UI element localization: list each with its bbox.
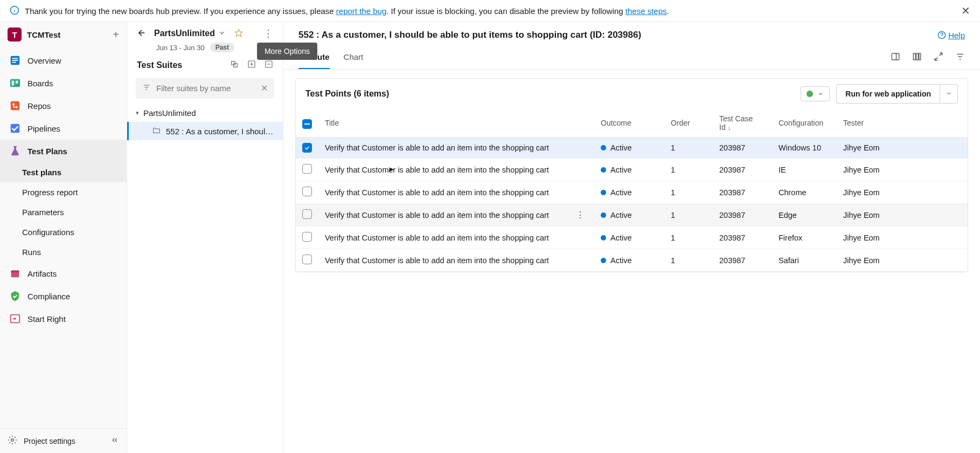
project-name: TCMTest bbox=[27, 30, 113, 39]
col-order[interactable]: Order bbox=[664, 109, 713, 138]
sidebar-bottom: Project settings bbox=[0, 428, 127, 453]
nav-test-plans[interactable]: Test Plans bbox=[0, 140, 127, 162]
row-checkbox[interactable] bbox=[302, 164, 312, 174]
cell-order: 1 bbox=[664, 181, 713, 204]
tree-root[interactable]: ▾ PartsUnlimited bbox=[127, 104, 283, 122]
nav-boards[interactable]: Boards bbox=[0, 72, 127, 94]
svg-rect-21 bbox=[232, 61, 235, 65]
row-checkbox[interactable] bbox=[302, 187, 312, 196]
cell-tester: Jihye Eom bbox=[837, 138, 968, 159]
cell-title: Verify that Customer is able to add an i… bbox=[318, 249, 566, 272]
help-link[interactable]: Help bbox=[937, 31, 965, 40]
filter-suites-input[interactable] bbox=[156, 84, 261, 93]
info-banner: Thank you for trying the new boards hub … bbox=[0, 0, 980, 22]
select-all-checkbox[interactable] bbox=[302, 119, 312, 129]
table-row[interactable]: Verify that Customer is able to add an i… bbox=[296, 204, 968, 226]
project-avatar: T bbox=[8, 28, 22, 42]
main-panel: 552 : As a customer, I should be able to… bbox=[283, 22, 980, 453]
help-label: Help bbox=[948, 31, 965, 40]
cell-tester: Jihye Eom bbox=[837, 249, 968, 272]
nav-artifacts[interactable]: Artifacts bbox=[0, 262, 127, 285]
plan-name[interactable]: PartsUnlimited bbox=[154, 29, 215, 38]
add-project-icon[interactable]: + bbox=[113, 29, 119, 41]
run-options-dropdown[interactable] bbox=[940, 84, 958, 104]
start-right-icon bbox=[9, 313, 21, 325]
row-checkbox[interactable] bbox=[302, 255, 312, 264]
sort-down-icon: ↓ bbox=[728, 125, 731, 131]
svg-rect-13 bbox=[11, 124, 20, 133]
pipelines-icon bbox=[9, 122, 21, 134]
project-sidebar: T TCMTest + Overview Boards Repos Pipeli… bbox=[0, 22, 127, 453]
nav-repos[interactable]: Repos bbox=[0, 94, 127, 117]
back-icon[interactable] bbox=[137, 28, 147, 39]
page-title: 552 : As a customer, I should be able to… bbox=[298, 30, 937, 40]
tab-row: Execute Chart bbox=[283, 40, 980, 70]
chevron-down-icon[interactable]: ▾ bbox=[136, 109, 139, 116]
report-bug-link[interactable]: report the bug bbox=[336, 6, 386, 16]
star-icon[interactable] bbox=[234, 29, 243, 39]
tab-chart[interactable]: Chart bbox=[344, 46, 364, 69]
these-steps-link[interactable]: these steps bbox=[625, 6, 667, 16]
table-row[interactable]: Verify that Customer is able to add an i… bbox=[296, 181, 968, 204]
nav-label: Repos bbox=[27, 101, 51, 111]
column-options-icon[interactable] bbox=[912, 52, 922, 63]
nav-label: Runs bbox=[22, 248, 41, 257]
row-checkbox[interactable] bbox=[302, 232, 312, 242]
nav-label: Test Plans bbox=[27, 147, 67, 156]
filter-suites-box[interactable]: ✕ bbox=[136, 78, 274, 99]
row-checkbox[interactable] bbox=[302, 143, 312, 153]
col-test-case-id[interactable]: Test Case Id↓ bbox=[713, 109, 772, 138]
svg-rect-10 bbox=[11, 101, 20, 111]
filter-toggle-icon[interactable] bbox=[955, 52, 965, 63]
svg-rect-8 bbox=[12, 80, 15, 85]
cell-id: 203987 bbox=[713, 159, 772, 181]
nav-list: Overview Boards Repos Pipelines Test Pla… bbox=[0, 47, 127, 332]
close-icon[interactable]: ✕ bbox=[961, 4, 970, 17]
collapse-icon[interactable] bbox=[110, 436, 119, 446]
project-settings[interactable]: Project settings bbox=[0, 429, 127, 453]
nav-configurations[interactable]: Configurations bbox=[0, 222, 127, 242]
row-checkbox[interactable] bbox=[302, 209, 312, 219]
nav-overview[interactable]: Overview bbox=[0, 49, 127, 72]
svg-rect-35 bbox=[913, 53, 915, 60]
project-header[interactable]: T TCMTest + bbox=[0, 22, 127, 47]
cell-order: 1 bbox=[664, 159, 713, 181]
col-tester[interactable]: Tester bbox=[837, 109, 968, 138]
boards-icon bbox=[9, 77, 21, 89]
expand-all-icon[interactable] bbox=[230, 60, 239, 70]
export-icon[interactable] bbox=[265, 60, 273, 70]
nav-test-plans-sub[interactable]: Test plans bbox=[0, 162, 127, 182]
fullscreen-icon[interactable] bbox=[934, 52, 943, 63]
svg-rect-9 bbox=[16, 80, 18, 84]
nav-compliance[interactable]: Compliance bbox=[0, 285, 127, 307]
nav-start-right[interactable]: Start Right bbox=[0, 307, 127, 330]
nav-pipelines[interactable]: Pipelines bbox=[0, 117, 127, 140]
more-options-icon[interactable]: ⋮ bbox=[263, 28, 273, 39]
clear-filter-icon[interactable]: ✕ bbox=[261, 83, 268, 93]
folder-icon bbox=[152, 126, 161, 136]
col-title[interactable]: Title bbox=[318, 109, 566, 138]
col-configuration[interactable]: Configuration bbox=[772, 109, 837, 138]
table-row[interactable]: Verify that Customer is able to add an i… bbox=[296, 159, 968, 181]
status-dot-icon bbox=[807, 91, 813, 97]
nav-progress-report[interactable]: Progress report bbox=[0, 182, 127, 202]
compliance-icon bbox=[9, 290, 21, 302]
cell-title: Verify that Customer is able to add an i… bbox=[318, 138, 566, 159]
table-row[interactable]: Verify that Customer is able to add an i… bbox=[296, 226, 968, 249]
outcome-dropdown[interactable] bbox=[801, 86, 830, 101]
run-web-button[interactable]: Run for web application bbox=[836, 84, 940, 104]
panel-layout-icon[interactable] bbox=[891, 52, 900, 63]
row-more-icon[interactable]: ⋮ bbox=[573, 210, 588, 219]
chevron-down-icon[interactable] bbox=[218, 29, 226, 38]
table-row[interactable]: Verify that Customer is able to add an i… bbox=[296, 249, 968, 272]
cell-order: 1 bbox=[664, 204, 713, 226]
add-suite-icon[interactable] bbox=[247, 60, 256, 70]
nav-runs[interactable]: Runs bbox=[0, 242, 127, 262]
nav-parameters[interactable]: Parameters bbox=[0, 202, 127, 222]
tree-child-selected[interactable]: 552 : As a customer, I shoul... .. bbox=[127, 122, 283, 140]
status-dot-icon bbox=[601, 212, 606, 218]
cell-config: Windows 10 bbox=[772, 138, 837, 159]
svg-rect-33 bbox=[892, 53, 899, 60]
col-outcome[interactable]: Outcome bbox=[594, 109, 664, 138]
table-row[interactable]: Verify that Customer is able to add an i… bbox=[296, 138, 968, 159]
